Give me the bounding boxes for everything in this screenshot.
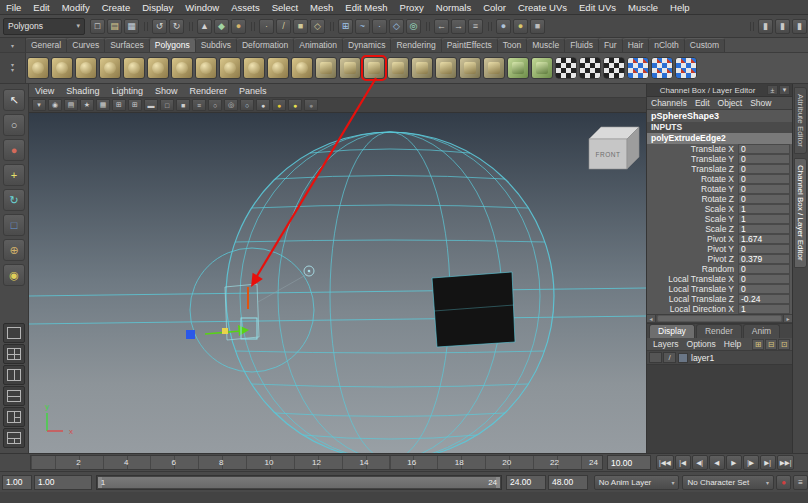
select-points-mask-icon[interactable]: ·	[259, 19, 274, 34]
show-channel-box-icon[interactable]: ▮	[792, 19, 807, 34]
snap-to-view-plane-icon[interactable]: ◇	[389, 19, 404, 34]
smooth-icon[interactable]	[315, 57, 337, 79]
tab-dynamics[interactable]: Dynamics	[343, 38, 391, 52]
layer-name[interactable]: layer1	[691, 353, 714, 363]
scrollbar-thumb[interactable]	[657, 315, 782, 322]
attribute-value-field[interactable]: 0	[738, 264, 790, 274]
tab-hair[interactable]: Hair	[623, 38, 650, 52]
bevel-icon[interactable]	[411, 57, 433, 79]
manip-center-handle[interactable]	[222, 328, 228, 334]
tab-custom[interactable]: Custom	[685, 38, 725, 52]
create-override-layer-icon[interactable]: ⊡	[778, 339, 790, 350]
layer-visibility-toggle[interactable]	[649, 352, 662, 363]
uv-texture-editor-icon[interactable]	[651, 57, 673, 79]
poly-pipe-icon[interactable]	[219, 57, 241, 79]
menu-assets[interactable]: Assets	[225, 2, 266, 13]
show-attribute-editor-icon[interactable]: ▮	[758, 19, 773, 34]
render-current-frame-icon[interactable]: ●	[496, 19, 511, 34]
snap-to-point-icon[interactable]: ·	[372, 19, 387, 34]
menu-normals[interactable]: Normals	[430, 2, 477, 13]
spherical-mapping-icon[interactable]	[603, 57, 625, 79]
le-menu-help[interactable]: Help	[720, 339, 745, 349]
attribute-value-field[interactable]: 0	[738, 174, 790, 184]
poly-pyramid-icon[interactable]	[195, 57, 217, 79]
shadows-icon[interactable]: ●	[304, 99, 318, 111]
menu-set-selector[interactable]: Polygons ▾	[3, 18, 85, 35]
go-to-start-button[interactable]: |◀◀	[656, 455, 674, 470]
tab-subdivs[interactable]: Subdivs	[196, 38, 237, 52]
animation-preferences-button[interactable]: ≡	[793, 475, 808, 490]
layer-tab-render[interactable]: Render	[696, 324, 742, 338]
attribute-value-field[interactable]: 0	[738, 244, 790, 254]
cb-menu-object[interactable]: Object	[714, 98, 747, 108]
viewport-canvas[interactable]: FRONT y x	[29, 113, 646, 453]
output-connections-icon[interactable]: →	[451, 19, 466, 34]
poly-torus-icon[interactable]	[147, 57, 169, 79]
poly-cube-icon[interactable]	[51, 57, 73, 79]
universal-manipulator-icon[interactable]: ⊕	[3, 239, 25, 261]
current-time-field[interactable]: 10.00	[607, 455, 651, 470]
layer-tab-anim[interactable]: Anim	[743, 324, 780, 338]
go-to-end-button[interactable]: ▶▶|	[777, 455, 795, 470]
tab-general[interactable]: General	[26, 38, 67, 52]
resolution-gate-icon[interactable]: □	[160, 99, 174, 111]
le-menu-layers[interactable]: Layers	[649, 339, 683, 349]
select-component-icon[interactable]: ●	[231, 19, 246, 34]
layer-display-mode-toggle[interactable]: /	[663, 352, 676, 363]
shaded-mode-icon[interactable]: ●	[256, 99, 270, 111]
four-pane-layout-button[interactable]	[3, 344, 25, 364]
select-camera-icon[interactable]: ▾	[32, 99, 46, 111]
render-settings-icon[interactable]: ■	[530, 19, 545, 34]
attribute-value-field[interactable]: 0	[738, 144, 790, 154]
select-object-icon[interactable]: ◆	[214, 19, 229, 34]
attribute-value-field[interactable]: 0	[738, 194, 790, 204]
ipr-render-icon[interactable]: ●	[513, 19, 528, 34]
redo-icon[interactable]: ↻	[169, 19, 184, 34]
attribute-value-field[interactable]: 0	[738, 184, 790, 194]
extrude-icon[interactable]	[363, 57, 385, 79]
attribute-value-field[interactable]: 1.674	[738, 234, 790, 244]
layer-color-swatch[interactable]	[678, 353, 688, 363]
film-gate-icon[interactable]: ▬	[144, 99, 158, 111]
menu-file[interactable]: File	[0, 2, 27, 13]
image-plane-icon[interactable]: ▦	[96, 99, 110, 111]
tab-toon[interactable]: Toon	[498, 38, 527, 52]
poly-cone-icon[interactable]	[99, 57, 121, 79]
attribute-value-field[interactable]: 1	[738, 304, 790, 314]
animation-start-field[interactable]: 1.00	[2, 475, 32, 490]
poly-helix-icon[interactable]	[243, 57, 265, 79]
poly-platonic-solid-icon[interactable]	[291, 57, 313, 79]
undo-icon[interactable]: ↺	[152, 19, 167, 34]
poly-soccer-ball-icon[interactable]	[267, 57, 289, 79]
menu-edit-mesh[interactable]: Edit Mesh	[339, 2, 393, 13]
tab-muscle[interactable]: Muscle	[527, 38, 565, 52]
use-all-lights-icon[interactable]: ●	[288, 99, 302, 111]
mesh-cutout-face[interactable]	[432, 272, 515, 347]
cylindrical-mapping-icon[interactable]	[579, 57, 601, 79]
vp-menu-lighting[interactable]: Lighting	[105, 86, 149, 96]
step-back-frame-button[interactable]: ◀|	[692, 455, 708, 470]
two-d-pan-zoom-icon[interactable]: ⊞	[112, 99, 126, 111]
menu-window[interactable]: Window	[179, 2, 225, 13]
menu-create[interactable]: Create	[96, 2, 137, 13]
play-backwards-button[interactable]: ◀	[709, 455, 725, 470]
animation-end-field[interactable]: 48.00	[548, 475, 588, 490]
manip-plane-handle[interactable]	[186, 330, 195, 339]
anim-layer-dropdown[interactable]: No Anim Layer ▾	[594, 475, 680, 490]
menu-create-uvs[interactable]: Create UVs	[512, 2, 573, 13]
input-node-name[interactable]: polyExtrudeEdge2	[647, 133, 792, 144]
snap-to-grid-icon[interactable]: ⊞	[338, 19, 353, 34]
menu-help[interactable]: Help	[664, 2, 696, 13]
create-layer-from-selected-icon[interactable]: ⊟	[765, 339, 777, 350]
selected-node-name[interactable]: pSphereShape3	[647, 110, 792, 122]
tab-polygons[interactable]: Polygons	[150, 38, 196, 52]
menu-muscle[interactable]: Muscle	[622, 2, 664, 13]
attribute-value-field[interactable]: 1	[738, 204, 790, 214]
combine-icon[interactable]	[339, 57, 361, 79]
menu-mesh[interactable]: Mesh	[304, 2, 339, 13]
cb-menu-channels[interactable]: Channels	[647, 98, 691, 108]
select-lines-mask-icon[interactable]: /	[276, 19, 291, 34]
bridge-icon[interactable]	[387, 57, 409, 79]
tab-animation[interactable]: Animation	[294, 38, 343, 52]
sidebar-tab-attribute-editor[interactable]: Attribute Editor	[794, 87, 807, 154]
